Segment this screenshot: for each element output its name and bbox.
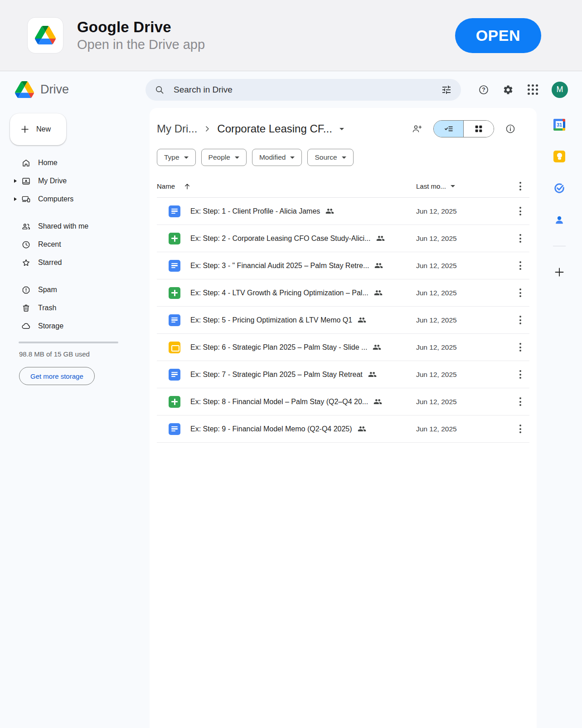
modified-column-header[interactable]: Last mo... [416,182,446,190]
person-add-icon[interactable] [412,123,422,134]
shared-people-icon [358,316,366,324]
search-input[interactable] [174,85,441,95]
sidebar-item-label: Computers [38,195,73,203]
column-options-icon[interactable] [517,179,524,193]
sidebar-item-recent[interactable]: Recent [0,235,150,254]
file-row[interactable]: Ex: Step: 1 - Client Profile - Alicia Ja… [157,198,529,225]
filter-chip-type[interactable]: Type [157,149,196,166]
shared-people-icon [368,370,377,379]
sheet-icon [169,233,180,244]
view-toggle[interactable] [433,120,494,137]
sheet-icon [169,287,180,299]
contacts-icon[interactable] [553,214,565,226]
my-drive-icon [21,176,31,186]
sidebar-item-label: Starred [38,259,62,267]
sidebar-item-trash[interactable]: Trash [0,299,150,317]
add-panel-app-icon[interactable] [553,266,565,278]
sidebar-item-spam[interactable]: Spam [0,281,150,299]
chip-label: Modified [259,153,286,161]
open-app-button[interactable]: OPEN [455,18,541,53]
more-options-icon[interactable] [517,395,524,409]
filter-chip-modified[interactable]: Modified [252,149,302,166]
sidebar-item-my-drive[interactable]: My Drive [0,172,150,190]
file-row[interactable]: Ex: Step: 8 - Financial Model – Palm Sta… [157,388,529,415]
file-modified: Jun 12, 2025 [416,398,511,406]
doc-icon [169,423,180,435]
sidebar-item-label: Shared with me [38,222,88,230]
file-row[interactable]: Ex: Step: 6 - Strategic Plan 2025 – Palm… [157,334,529,361]
banner-app-title: Google Drive [77,19,205,36]
doc-icon [169,205,180,217]
account-avatar[interactable]: M [552,82,568,98]
get-more-storage-button[interactable]: Get more storage [19,367,95,385]
shared-people-icon [373,343,381,352]
file-name: Ex: Step: 8 - Financial Model – Palm Sta… [190,398,368,406]
computers-icon [21,195,31,204]
sheet-icon [169,396,180,408]
storage-progress-bar [19,342,118,343]
file-row[interactable]: Ex: Step: 9 - Financial Model Memo (Q2-Q… [157,415,529,443]
info-icon[interactable] [505,123,516,134]
file-name: Ex: Step: 9 - Financial Model Memo (Q2-Q… [190,425,352,433]
chevron-down-icon [290,156,295,159]
name-column-header[interactable]: Name [157,182,175,190]
sidebar-item-shared-with-me[interactable]: Shared with me [0,217,150,235]
sidebar-item-home[interactable]: Home [0,154,150,172]
file-modified: Jun 12, 2025 [416,316,511,324]
more-options-icon[interactable] [517,367,524,381]
file-row[interactable]: Ex: Step: 2 - Corporate Leasing CFO Case… [157,225,529,252]
more-options-icon[interactable] [517,422,524,436]
file-name: Ex: Step: 2 - Corporate Leasing CFO Case… [190,235,371,243]
sidebar-item-label: Home [38,159,58,167]
breadcrumb-current-folder[interactable]: Corporate Leasing CF... [217,122,332,135]
google-apps-grid-icon[interactable] [527,84,538,95]
grid-view-button[interactable] [464,121,494,137]
folder-menu-caret-icon[interactable] [340,128,344,130]
more-options-icon[interactable] [517,313,524,327]
help-icon[interactable]: ? [478,84,489,95]
more-options-icon[interactable] [517,204,524,218]
more-options-icon[interactable] [517,259,524,273]
sidebar-item-label: Trash [38,304,56,312]
more-options-icon[interactable] [517,340,524,354]
file-name: Ex: Step: 7 - Strategic Plan 2025 – Palm… [190,371,363,379]
search-icon [155,85,165,95]
file-row[interactable]: Ex: Step: 7 - Strategic Plan 2025 – Palm… [157,361,529,388]
sidebar-item-starred[interactable]: Starred [0,254,150,272]
file-modified: Jun 12, 2025 [416,235,511,243]
list-view-button[interactable] [434,121,464,137]
shared-people-icon [376,234,385,243]
doc-icon [169,260,180,272]
file-row[interactable]: Ex: Step: 4 - LTV Growth & Pricing Optim… [157,279,529,307]
more-options-icon[interactable] [517,286,524,300]
calendar-icon[interactable]: 31 [553,119,565,131]
filter-chips: Type People Modified Source [157,149,529,166]
file-row[interactable]: Ex: Step: 5 - Pricing Optimization & LTV… [157,307,529,334]
tune-filters-icon[interactable] [441,84,452,95]
app-header: Drive ? M [0,71,582,108]
calendar-day-number: 31 [556,121,563,128]
banner-subtitle: Open in the Drive app [77,37,205,52]
chevron-down-icon[interactable] [451,185,455,187]
sidebar-item-computers[interactable]: Computers [0,190,150,208]
keep-icon[interactable] [553,151,565,162]
expand-arrow-icon[interactable] [14,179,17,183]
search-bar[interactable] [146,79,461,101]
breadcrumb-parent[interactable]: My Dri... [157,122,197,135]
more-options-icon[interactable] [517,231,524,245]
expand-arrow-icon[interactable] [14,197,17,201]
sidebar-item-storage[interactable]: Storage [0,317,150,335]
breadcrumb: My Dri... Corporate Leasing CF... [157,119,529,139]
filter-chip-source[interactable]: Source [307,149,353,166]
file-name: Ex: Step: 4 - LTV Growth & Pricing Optim… [190,289,369,297]
new-button[interactable]: New [10,113,66,145]
svg-text:?: ? [482,87,485,93]
settings-gear-icon[interactable] [503,84,514,95]
filter-chip-people[interactable]: People [201,149,247,166]
sort-ascending-icon[interactable] [183,182,191,191]
tasks-icon[interactable] [553,182,565,194]
file-name: Ex: Step: 5 - Pricing Optimization & LTV… [190,316,352,324]
file-row[interactable]: Ex: Step: 3 - " Financial Audit 2025 – P… [157,252,529,279]
sidebar-item-label: My Drive [38,177,67,185]
product-name: Drive [40,83,69,97]
